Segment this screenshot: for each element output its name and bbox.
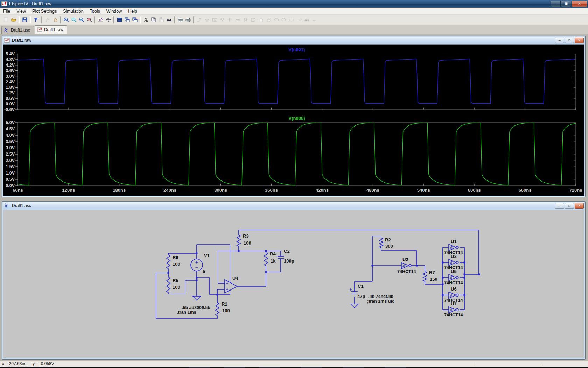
tile-vert-icon[interactable] — [131, 16, 139, 24]
junction — [464, 277, 465, 279]
ground-icon[interactable] — [203, 16, 211, 24]
x-axis-label: 60ns — [13, 188, 23, 193]
tab-draft1.asc[interactable]: Draft1.asc — [1, 26, 34, 34]
svg-text:U5: U5 — [451, 269, 457, 274]
svg-text:.op: .op — [312, 19, 316, 22]
pan-axes-icon[interactable] — [104, 16, 112, 24]
x-axis-label: 300ns — [214, 188, 227, 193]
halt-icon[interactable] — [51, 16, 59, 24]
child-close-button[interactable]: ✕ — [575, 203, 584, 209]
toolbar-separator — [41, 16, 42, 23]
junction — [238, 250, 240, 252]
child-restore-button[interactable]: □ — [565, 203, 574, 209]
menu-tools[interactable]: Tools — [87, 8, 103, 14]
waveform-window-title-bar[interactable]: Draft1.raw ─ □ ✕ — [3, 37, 584, 44]
zoom-in-icon[interactable] — [62, 16, 70, 24]
close-button[interactable]: ✕ — [572, 1, 587, 7]
tile-horz-icon[interactable] — [115, 16, 123, 24]
toolbar-separator — [94, 16, 95, 23]
wire-icon[interactable] — [195, 16, 203, 24]
svg-text:74HCT14: 74HCT14 — [444, 313, 463, 318]
y-axis-label: 1.5V — [6, 164, 15, 169]
x-axis-label: 600ns — [468, 188, 481, 193]
ltspice-logo-icon: LT — [1, 1, 7, 6]
zoom-full-icon[interactable] — [85, 16, 93, 24]
text-icon[interactable]: Aa — [303, 16, 311, 24]
diode-icon[interactable] — [241, 16, 249, 24]
junction — [196, 280, 198, 281]
restore-button[interactable]: ▣ — [561, 1, 571, 7]
svg-text:100p: 100p — [284, 258, 294, 264]
menu-simulation[interactable]: Simulation — [60, 8, 86, 14]
new-schematic-icon[interactable] — [2, 16, 10, 24]
junction — [464, 274, 465, 275]
x-axis-label: 180ns — [113, 188, 126, 193]
toolbar: AEƎEAa.op — [0, 15, 588, 25]
cascade-icon[interactable] — [123, 16, 131, 24]
child-minimize-button[interactable]: ─ — [555, 38, 564, 43]
redo-icon[interactable] — [280, 16, 288, 24]
copy-icon[interactable] — [150, 16, 158, 24]
mirror-icon[interactable]: EƎ — [288, 16, 295, 24]
spice-directive-text: .lib ad8009.lib — [182, 305, 210, 310]
rotate-icon[interactable]: E — [295, 16, 303, 24]
x-axis-label: 360ns — [265, 188, 278, 193]
resistor-icon[interactable] — [218, 16, 226, 24]
autorange-icon[interactable] — [97, 16, 104, 24]
print-setup-icon[interactable] — [176, 16, 184, 24]
open-icon[interactable] — [10, 16, 18, 24]
control-panel-icon[interactable] — [32, 16, 40, 24]
schematic-canvas[interactable]: R6100R5100R3100R41kR1100R2300R7150C2100p… — [3, 210, 584, 358]
child-restore-button[interactable]: □ — [565, 38, 574, 43]
menu-help[interactable]: Help — [125, 8, 140, 14]
spice-directive-text: .lib 74hct.lib — [368, 294, 394, 299]
junction — [196, 277, 198, 279]
y-axis-label: 3.0V — [6, 145, 15, 150]
child-minimize-button[interactable]: ─ — [555, 203, 564, 209]
waveform-window-title: Draft1.raw — [12, 38, 31, 43]
svg-text:47p: 47p — [357, 294, 365, 299]
svg-text:R3: R3 — [243, 233, 249, 239]
inductor-icon[interactable] — [234, 16, 241, 24]
zoom-back-icon[interactable] — [70, 16, 78, 24]
x-axis-label: 480ns — [366, 188, 379, 193]
svg-text:100: 100 — [173, 285, 180, 290]
svg-text:Aa: Aa — [304, 18, 309, 22]
svg-text:U7: U7 — [451, 301, 457, 306]
menu-file[interactable]: File — [0, 8, 13, 14]
move-icon[interactable] — [257, 16, 265, 24]
junction — [416, 265, 418, 267]
capacitor-icon[interactable] — [226, 16, 234, 24]
menu-view[interactable]: View — [13, 8, 29, 14]
junction — [372, 265, 373, 267]
minimize-button[interactable]: ─ — [551, 1, 561, 7]
spice-directive-icon[interactable]: .op — [311, 16, 318, 24]
paste-icon[interactable] — [158, 16, 165, 24]
app-title-bar: LT LTspice IV - Draft1.raw ─ ▣ ✕ — [0, 0, 588, 8]
svg-text:E: E — [298, 19, 301, 21]
save-icon[interactable] — [21, 16, 29, 24]
drag-icon[interactable] — [265, 16, 272, 24]
svg-text:U3: U3 — [451, 254, 457, 259]
y-axis-label: 4.0V — [6, 133, 15, 138]
print-icon[interactable] — [184, 16, 192, 24]
run-icon[interactable] — [43, 16, 51, 24]
tab-draft1.raw[interactable]: Draft1.raw — [35, 25, 67, 34]
schematic-window: Draft1.asc ─ □ ✕ R6100R5100R3100R41kR110… — [2, 201, 586, 360]
net-label-icon[interactable]: A — [211, 16, 218, 24]
undo-icon[interactable] — [272, 16, 280, 24]
svg-text:R5: R5 — [173, 278, 178, 283]
menu-plot-settings[interactable]: Plot Settings — [29, 8, 60, 14]
menu-window[interactable]: Window — [103, 8, 125, 14]
find-icon[interactable] — [165, 16, 173, 24]
trace-label: V(n001) — [289, 47, 305, 52]
waveform-plot-area[interactable]: V(n001)5.4V4.8V4.2V3.6V3.0V2.4V1.8V1.2V0… — [3, 44, 584, 196]
component-icon[interactable] — [249, 16, 257, 24]
child-close-button[interactable]: ✕ — [575, 38, 584, 43]
zoom-out-icon[interactable] — [78, 16, 85, 24]
y-axis-label: 1.0V — [6, 171, 15, 176]
schematic-window-title-bar[interactable]: Draft1.asc ─ □ ✕ — [3, 202, 584, 209]
cut-icon[interactable] — [142, 16, 150, 24]
waveform-icon — [37, 27, 42, 32]
x-axis-label: 420ns — [316, 188, 329, 193]
